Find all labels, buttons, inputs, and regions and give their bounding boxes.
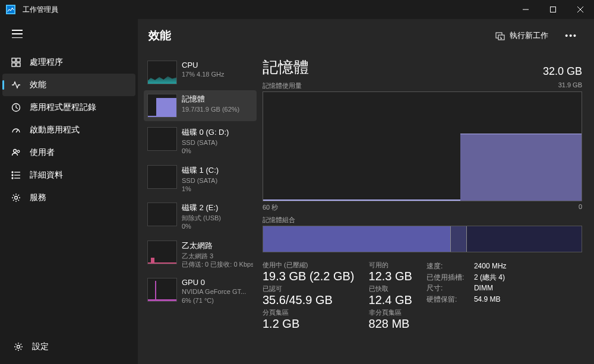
svg-rect-22 <box>498 35 504 40</box>
panel-sub: SSD (SATA) <box>182 176 253 185</box>
stats: 使用中 (已壓縮) 19.3 GB (2.2 GB) 已認可 35.6/45.9… <box>263 261 582 332</box>
svg-point-19 <box>15 197 18 200</box>
axis-right: 0 <box>579 203 582 212</box>
memory-thumb <box>147 94 177 118</box>
memory-composition-chart <box>263 226 582 252</box>
panel-sub: 0% <box>182 147 253 155</box>
nav-processes[interactable]: 處理程序 <box>2 51 135 74</box>
panel-sub: 0% <box>182 222 253 230</box>
stat-value: 12.4 GB <box>369 293 412 307</box>
more-button[interactable]: ••• <box>559 27 583 44</box>
stat-label: 使用中 (已壓縮) <box>263 261 355 270</box>
nav-details[interactable]: 詳細資料 <box>2 164 135 186</box>
maximize-button[interactable] <box>539 0 567 19</box>
panel-title: CPU <box>182 61 253 69</box>
gear-icon <box>11 193 21 202</box>
nav-label: 使用者 <box>30 147 55 158</box>
gauge-icon <box>11 125 21 135</box>
comp-label: 記憶體組合 <box>263 216 582 224</box>
run-task-icon <box>495 31 505 40</box>
panel-ethernet[interactable]: 乙太網路 乙太網路 3 已傳送: 0 已接收: 0 Kbps <box>144 237 257 273</box>
nav-users[interactable]: 使用者 <box>2 141 135 164</box>
window-title: 工作管理員 <box>23 5 512 15</box>
stat-value: 828 MB <box>369 317 412 331</box>
panel-cpu[interactable]: CPU 17% 4.18 GHz <box>144 57 257 88</box>
svg-point-20 <box>17 346 20 349</box>
run-new-task-button[interactable]: 執行新工作 <box>489 27 554 45</box>
panel-disk1[interactable]: 磁碟 1 (C:) SSD (SATA) 1% <box>144 162 257 197</box>
panel-sub: SSD (SATA) <box>182 138 253 147</box>
stat-value: 19.3 GB (2.2 GB) <box>263 270 355 283</box>
history-icon <box>11 103 21 112</box>
panel-sub: 17% 4.18 GHz <box>182 70 253 78</box>
chart-max: 31.9 GB <box>558 81 582 90</box>
stat-label: 已快取 <box>369 284 412 293</box>
stat-value: 35.6/45.9 GB <box>263 293 355 307</box>
panel-sub: 19.7/31.9 GB (62%) <box>182 105 253 113</box>
eth-thumb <box>147 240 177 264</box>
svg-point-16 <box>12 172 13 173</box>
sidebar: 處理程序 效能 應用程式歷程記錄 啟動應用程式 使用者 詳細資料 <box>0 19 138 364</box>
stat-label: 非分頁集區 <box>369 308 412 317</box>
nav-services[interactable]: 服務 <box>2 186 135 209</box>
nav-startup[interactable]: 啟動應用程式 <box>2 119 135 141</box>
svg-point-11 <box>14 150 17 153</box>
detail-title: 記憶體 <box>263 57 309 78</box>
stat-label: 可用的 <box>369 261 412 270</box>
svg-rect-5 <box>12 58 15 62</box>
detail-pane: 記憶體 32.0 GB 記憶體使用量 31.9 GB 60 秒 0 記憶體組合 <box>257 52 594 364</box>
run-task-label: 執行新工作 <box>510 30 548 41</box>
settings-icon <box>13 342 24 352</box>
nav-settings[interactable]: 設定 <box>5 335 133 358</box>
panel-disk0[interactable]: 磁碟 0 (G: D:) SSD (SATA) 0% <box>144 124 257 159</box>
panel-sub: 已傳送: 0 已接收: 0 Kbps <box>182 260 253 268</box>
hamburger-icon <box>12 30 23 38</box>
nav-performance[interactable]: 效能 <box>2 74 135 96</box>
chart-label: 記憶體使用量 <box>263 81 302 90</box>
nav-label: 詳細資料 <box>30 170 63 181</box>
minimize-button[interactable] <box>512 0 539 19</box>
svg-point-12 <box>17 150 20 153</box>
page-title: 效能 <box>148 28 489 43</box>
resource-panels: CPU 17% 4.18 GHz 記憶體 19.7/31.9 GB (62%) … <box>138 52 257 364</box>
panel-sub: 1% <box>182 185 253 193</box>
axis-left: 60 秒 <box>263 203 278 212</box>
list-icon <box>11 170 21 180</box>
disk-thumb <box>147 127 177 151</box>
panel-sub: 卸除式 (USB) <box>182 214 253 222</box>
panel-sub: 乙太網路 3 <box>182 252 253 260</box>
svg-rect-6 <box>17 58 20 62</box>
panel-title: 記憶體 <box>182 94 253 105</box>
panel-sub: NVIDIA GeForce GT... <box>182 287 253 296</box>
stat-details-table: 速度:2400 MHz 已使用插槽:2 (總共 4) 尺寸:DIMM 硬體保留:… <box>426 261 507 332</box>
titlebar: 工作管理員 <box>0 0 594 19</box>
nav-label: 處理程序 <box>30 57 63 68</box>
stat-label: 已認可 <box>263 284 355 293</box>
svg-line-10 <box>16 130 18 132</box>
panel-title: 磁碟 2 (E:) <box>182 202 253 213</box>
hamburger-button[interactable] <box>0 30 138 50</box>
nav-label: 設定 <box>32 341 49 352</box>
detail-capacity: 32.0 GB <box>543 65 582 78</box>
svg-point-17 <box>12 175 13 176</box>
panel-disk2[interactable]: 磁碟 2 (E:) 卸除式 (USB) 0% <box>144 199 257 235</box>
nav-label: 服務 <box>30 192 46 203</box>
stat-value: 12.3 GB <box>369 270 412 283</box>
panel-gpu[interactable]: GPU 0 NVIDIA GeForce GT... 6% (71 °C) <box>144 274 257 308</box>
stat-label: 分頁集區 <box>263 308 355 317</box>
close-button[interactable] <box>567 0 594 19</box>
stat-value: 1.2 GB <box>263 317 355 331</box>
pulse-icon <box>11 80 21 90</box>
memory-usage-chart <box>263 91 582 201</box>
svg-point-18 <box>12 178 13 179</box>
cpu-thumb <box>147 61 177 84</box>
svg-rect-8 <box>17 63 20 67</box>
panel-title: 磁碟 1 (C:) <box>182 165 253 176</box>
svg-rect-7 <box>12 63 15 67</box>
panel-memory[interactable]: 記憶體 19.7/31.9 GB (62%) <box>144 90 257 121</box>
nav-label: 啟動應用程式 <box>30 125 80 135</box>
panel-title: 磁碟 0 (G: D:) <box>182 127 253 138</box>
panel-title: GPU 0 <box>182 278 253 287</box>
content: 效能 執行新工作 ••• CPU 17% 4.18 GHz <box>138 19 594 364</box>
nav-app-history[interactable]: 應用程式歷程記錄 <box>2 96 135 119</box>
